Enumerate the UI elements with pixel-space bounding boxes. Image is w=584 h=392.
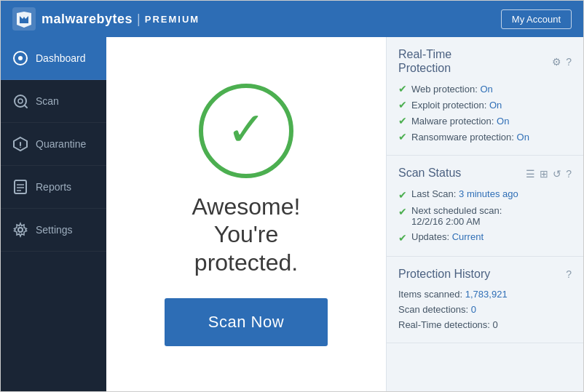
sidebar-label-reports: Reports: [36, 181, 71, 193]
scan-last-value: 3 minutes ago: [459, 188, 518, 199]
scan-status-header: Scan Status ☰ ⊞ ↺ ?: [398, 166, 572, 180]
history-help-icon[interactable]: ?: [566, 268, 572, 280]
sidebar-item-dashboard[interactable]: Dashboard: [1, 37, 106, 80]
history-scan-detections: Scan detections: 0: [398, 302, 572, 317]
rtp-exploit-status: On: [489, 100, 502, 111]
rtp-ransomware-check-icon: ✔: [398, 131, 407, 143]
rtp-ransomware-status: On: [517, 132, 529, 143]
rtp-exploit: ✔ Exploit protection: On: [398, 97, 572, 113]
svg-rect-8: [15, 180, 26, 193]
history-realtime-value: 0: [493, 319, 498, 330]
checkmark-icon: ✓: [226, 105, 266, 153]
rtp-web: ✔ Web protection: On: [398, 81, 572, 97]
scan-icon: [12, 93, 28, 109]
scan-last-check-icon: ✔: [398, 189, 407, 201]
settings-icon: [12, 222, 28, 238]
reports-icon: [12, 179, 28, 195]
scan-last-label: Last Scan: 3 minutes ago: [411, 188, 518, 199]
scan-grid-icon[interactable]: ⊞: [540, 168, 548, 180]
main-layout: Dashboard Scan Quarantine: [1, 37, 583, 392]
scan-last: ✔ Last Scan: 3 minutes ago: [398, 186, 572, 203]
history-detections-value: 0: [471, 304, 476, 315]
right-panel: Real-TimeProtection ⚙ ? ✔ Web protection…: [387, 37, 583, 392]
protected-circle: ✓: [199, 84, 293, 178]
protection-history-section: Protection History ? Items scanned: 1,78…: [387, 257, 583, 343]
scan-status-icons: ☰ ⊞ ↺ ?: [526, 168, 572, 180]
rtp-help-icon[interactable]: ?: [566, 56, 572, 68]
logo-brand-text: malwarebytes: [42, 12, 133, 27]
rtp-malware-check-icon: ✔: [398, 115, 407, 127]
rtp-web-label: Web protection: On: [411, 84, 493, 95]
quarantine-icon: [12, 136, 28, 152]
scan-list-icon[interactable]: ☰: [526, 168, 535, 180]
logo: malwarebytes | PREMIUM: [12, 7, 200, 31]
header: malwarebytes | PREMIUM My Account: [1, 1, 583, 37]
rtp-gear-icon[interactable]: ⚙: [552, 56, 561, 68]
history-icons: ?: [566, 268, 572, 280]
scan-updates: ✔ Updates: Current: [398, 229, 572, 246]
scan-updates-label: Updates: Current: [411, 231, 484, 242]
rtp-exploit-label: Exploit protection: On: [411, 100, 502, 111]
sidebar-label-dashboard: Dashboard: [36, 52, 86, 64]
sidebar: Dashboard Scan Quarantine: [1, 37, 106, 392]
protected-text: Awesome! You're protected.: [192, 193, 301, 276]
scan-next-label: Next scheduled scan: 12/2/16 2:00 AM: [411, 205, 502, 227]
scan-next: ✔ Next scheduled scan: 12/2/16 2:00 AM: [398, 203, 572, 229]
rtp-header: Real-TimeProtection ⚙ ?: [398, 47, 572, 75]
scan-help-icon[interactable]: ?: [566, 168, 572, 180]
content-area: ✓ Awesome! You're protected. Scan Now Re…: [106, 37, 583, 392]
sidebar-item-reports[interactable]: Reports: [1, 166, 106, 209]
scan-now-button[interactable]: Scan Now: [165, 298, 328, 346]
sidebar-item-scan[interactable]: Scan: [1, 80, 106, 123]
app-window: malwarebytes | PREMIUM My Account Dashbo…: [1, 1, 583, 392]
rtp-icons: ⚙ ?: [552, 56, 572, 68]
sidebar-item-quarantine[interactable]: Quarantine: [1, 123, 106, 166]
scan-refresh-icon[interactable]: ↺: [553, 168, 561, 180]
sidebar-label-settings: Settings: [36, 224, 73, 236]
protected-line1: Awesome!: [192, 193, 301, 220]
svg-point-2: [18, 56, 23, 60]
scan-next-value: 12/2/16 2:00 AM: [411, 216, 481, 227]
protected-line3: protected.: [192, 249, 301, 276]
real-time-protection-section: Real-TimeProtection ⚙ ? ✔ Web protection…: [387, 37, 583, 156]
history-items-scanned: Items scanned: 1,783,921: [398, 287, 572, 302]
logo-bold-part: malwarebytes: [42, 12, 133, 26]
scan-next-check-icon: ✔: [398, 206, 407, 217]
sidebar-label-quarantine: Quarantine: [36, 138, 86, 150]
rtp-title: Real-TimeProtection: [398, 47, 451, 75]
my-account-button[interactable]: My Account: [501, 9, 572, 29]
rtp-malware-label: Malware protection: On: [411, 116, 509, 127]
scan-updates-check-icon: ✔: [398, 232, 407, 244]
scan-status-section: Scan Status ☰ ⊞ ↺ ? ✔ Last Scan: 3 minut…: [387, 156, 583, 256]
rtp-exploit-check-icon: ✔: [398, 99, 407, 111]
protected-line2: You're: [192, 220, 301, 248]
logo-divider: |: [137, 12, 141, 27]
sidebar-item-settings[interactable]: Settings: [1, 209, 106, 252]
history-realtime-detections: Real-Time detections: 0: [398, 317, 572, 332]
scan-status-title: Scan Status: [398, 166, 461, 180]
scan-updates-value: Current: [452, 231, 484, 242]
sidebar-label-scan: Scan: [36, 95, 59, 107]
rtp-web-status: On: [480, 84, 492, 95]
rtp-ransomware: ✔ Ransomware protection: On: [398, 129, 572, 145]
svg-point-4: [18, 99, 23, 103]
history-header: Protection History ?: [398, 267, 572, 281]
rtp-web-check-icon: ✔: [398, 83, 407, 95]
dashboard-icon: [12, 50, 28, 66]
rtp-malware-status: On: [497, 116, 509, 127]
history-items-value: 1,783,921: [465, 289, 508, 300]
logo-text-group: malwarebytes | PREMIUM: [42, 12, 200, 27]
logo-premium-text: PREMIUM: [145, 14, 200, 25]
svg-line-5: [25, 105, 27, 108]
svg-point-12: [18, 228, 23, 232]
rtp-malware: ✔ Malware protection: On: [398, 113, 572, 129]
malwarebytes-logo-icon: [12, 7, 36, 31]
main-panel: ✓ Awesome! You're protected. Scan Now: [106, 37, 387, 392]
rtp-ransomware-label: Ransomware protection: On: [411, 132, 529, 143]
svg-point-7: [20, 147, 21, 148]
history-title: Protection History: [398, 267, 490, 281]
